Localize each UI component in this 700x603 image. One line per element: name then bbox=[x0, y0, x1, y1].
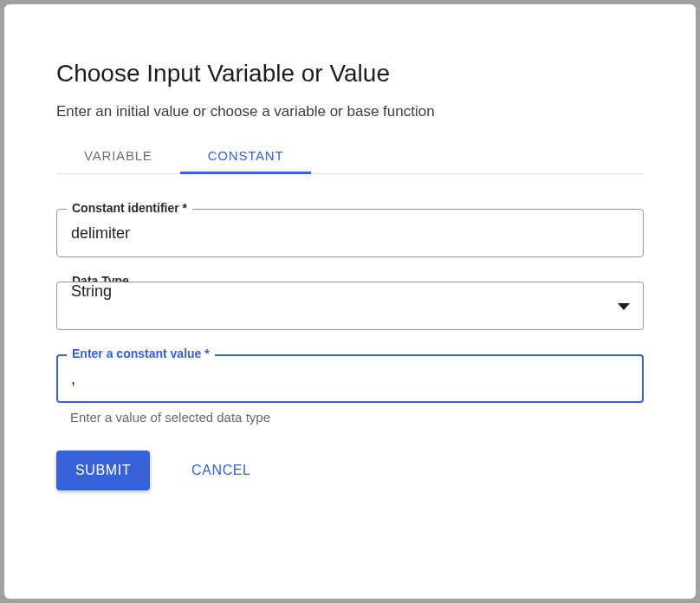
dialog-actions: SUBMIT CANCEL bbox=[56, 451, 644, 490]
dialog-title: Choose Input Variable or Value bbox=[56, 60, 644, 88]
tab-variable[interactable]: VARIABLE bbox=[56, 138, 180, 173]
identifier-input[interactable] bbox=[56, 209, 644, 257]
cancel-button[interactable]: CANCEL bbox=[185, 451, 258, 490]
constant-value-input[interactable] bbox=[56, 354, 644, 403]
identifier-label: Constant identifier * bbox=[67, 201, 192, 215]
constant-value-helper: Enter a value of selected data type bbox=[56, 410, 644, 425]
tab-constant[interactable]: CONSTANT bbox=[180, 138, 312, 173]
datatype-field-wrap: Data Type String bbox=[56, 282, 644, 330]
submit-button[interactable]: SUBMIT bbox=[56, 451, 150, 490]
input-variable-dialog: Choose Input Variable or Value Enter an … bbox=[4, 4, 696, 599]
datatype-select-wrap: String bbox=[56, 282, 644, 330]
dialog-subtitle: Enter an initial value or choose a varia… bbox=[56, 103, 644, 120]
tab-bar: VARIABLE CONSTANT bbox=[56, 138, 644, 174]
constant-value-field-wrap: Enter a constant value * Enter a value o… bbox=[56, 354, 644, 425]
constant-value-label: Enter a constant value * bbox=[67, 347, 215, 360]
datatype-select[interactable]: String bbox=[56, 282, 644, 330]
identifier-field-wrap: Constant identifier * bbox=[56, 209, 644, 257]
